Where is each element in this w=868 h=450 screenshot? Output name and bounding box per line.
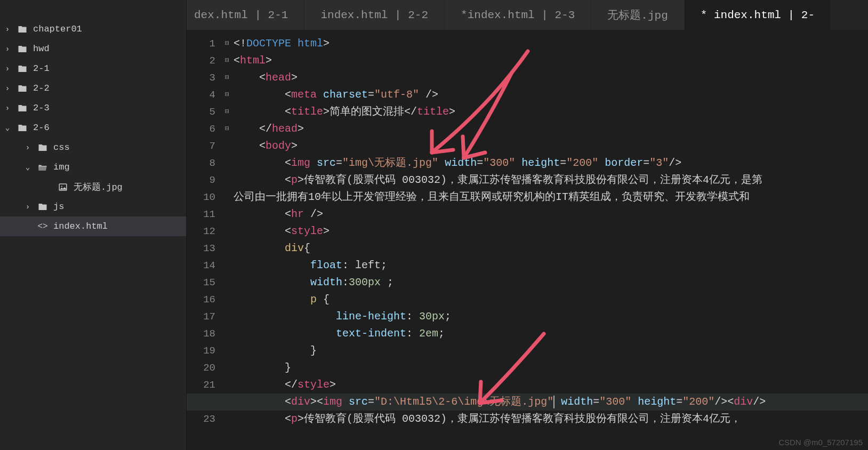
code-line[interactable]: <html> xyxy=(234,52,868,69)
tree-item-label: index.html xyxy=(53,221,108,231)
editor-tab[interactable]: *index.html | 2-3 xyxy=(445,0,591,30)
code-line[interactable]: } xyxy=(234,359,868,376)
line-number: 10 xyxy=(187,189,215,206)
editor-tab[interactable]: * index.html | 2- xyxy=(685,0,831,30)
folder-icon xyxy=(37,202,48,212)
tree-item-label: 2-6 xyxy=(33,123,50,133)
line-number: 11 xyxy=(187,206,215,223)
line-number: 14 xyxy=(187,257,215,274)
line-number: 17 xyxy=(187,308,215,325)
tree-item-hwd[interactable]: ›hwd xyxy=(0,39,186,59)
chevron-icon[interactable]: › xyxy=(3,45,12,53)
fold-toggle[interactable]: ⊟ xyxy=(221,86,234,103)
line-number: 21 xyxy=(187,376,215,393)
code-line[interactable]: width:300px ; xyxy=(234,274,868,291)
editor-tab[interactable]: index.html | 2-2 xyxy=(304,0,445,30)
code-line[interactable]: div{ xyxy=(234,240,868,257)
folder-icon xyxy=(17,123,28,133)
tree-item-label: chapter01 xyxy=(33,24,82,34)
chevron-icon[interactable]: ⌄ xyxy=(23,163,32,172)
fold-toggle[interactable]: ⊟ xyxy=(221,35,234,52)
fold-toggle[interactable]: ⊟ xyxy=(221,52,234,69)
code-line[interactable]: </style> xyxy=(234,376,868,393)
line-number: 3 xyxy=(187,69,215,86)
tree-item-chapter01[interactable]: ›chapter01 xyxy=(0,19,186,39)
folder-icon xyxy=(17,25,28,34)
line-number: 15 xyxy=(187,274,215,291)
folder-icon xyxy=(17,103,28,113)
code-line[interactable]: float: left; xyxy=(234,257,868,274)
tree-item-index-html[interactable]: <>index.html xyxy=(0,216,186,236)
editor-pane: dex.html | 2-1index.html | 2-2*index.htm… xyxy=(187,0,868,450)
code-line[interactable]: text-indent: 2em; xyxy=(234,325,868,342)
code-line[interactable]: <div><img src="D:\Html5\2-6\img\无标题.jpg"… xyxy=(187,393,868,411)
code-line[interactable]: <meta charset="utf-8" /> xyxy=(234,86,868,103)
code-line[interactable]: <title>简单的图文混排</title> xyxy=(234,103,868,120)
fold-toggle[interactable]: ⊟ xyxy=(221,103,234,120)
line-number: 16 xyxy=(187,291,215,308)
line-gutter: 1234567891011121314151617181920212223 xyxy=(187,35,221,450)
code-line[interactable]: <head> xyxy=(234,69,868,86)
code-line[interactable]: <p>传智教育(股票代码 003032)，隶属江苏传智播客教育科技股份有限公司，… xyxy=(234,411,868,428)
tree-item-label: css xyxy=(53,142,70,152)
chevron-icon[interactable]: ⌄ xyxy=(3,123,12,132)
line-number: 7 xyxy=(187,138,215,155)
code-line[interactable]: </head> xyxy=(234,120,868,138)
fold-toggle[interactable]: ⊟ xyxy=(221,120,234,138)
code-line[interactable]: <style> xyxy=(234,223,868,240)
tree-item-2-6[interactable]: ⌄2-6 xyxy=(0,118,186,138)
line-number: 6 xyxy=(187,120,215,138)
fold-column[interactable]: ⊟⊟⊟⊟⊟⊟ xyxy=(221,35,234,450)
tree-item-label: hwd xyxy=(33,44,50,54)
line-number: 9 xyxy=(187,172,215,189)
tree-item-label: 无标题.jpg xyxy=(74,181,123,193)
tree-item-js[interactable]: ›js xyxy=(0,197,186,216)
tree-item-2-3[interactable]: ›2-3 xyxy=(0,98,186,118)
folder-icon xyxy=(37,143,48,152)
code-line[interactable]: } xyxy=(234,342,868,359)
code-editor[interactable]: 1234567891011121314151617181920212223 ⊟⊟… xyxy=(187,30,868,450)
chevron-icon[interactable]: › xyxy=(3,84,12,93)
line-number: 8 xyxy=(187,155,215,172)
line-number: 13 xyxy=(187,240,215,257)
file-explorer[interactable]: ›chapter01›hwd›2-1›2-2›2-3⌄2-6›css⌄img无标… xyxy=(0,0,187,450)
code-line[interactable]: p { xyxy=(234,291,868,308)
code-line[interactable]: 公司由一批拥有10年以上开发管理经验，且来自互联网或研究机构的IT精英组成，负责… xyxy=(234,189,868,206)
fold-toggle[interactable]: ⊟ xyxy=(221,69,234,86)
chevron-icon[interactable]: › xyxy=(3,104,12,112)
image-file-icon xyxy=(58,182,68,192)
tree-item-label: 2-2 xyxy=(33,83,50,93)
code-line[interactable]: <img src="img\无标题.jpg" width="300" heigh… xyxy=(234,155,868,172)
tree-item-2-2[interactable]: ›2-2 xyxy=(0,78,186,98)
tree-item-img[interactable]: ⌄img xyxy=(0,157,186,177)
code-line[interactable]: <p>传智教育(股票代码 003032)，隶属江苏传智播客教育科技股份有限公司，… xyxy=(234,172,868,189)
tab-bar[interactable]: dex.html | 2-1index.html | 2-2*index.htm… xyxy=(187,0,868,30)
line-number: 18 xyxy=(187,325,215,342)
tree-item-2-1[interactable]: ›2-1 xyxy=(0,59,186,78)
tree-item-css[interactable]: ›css xyxy=(0,138,186,157)
tree-item-label: js xyxy=(53,202,64,212)
chevron-icon[interactable]: › xyxy=(23,143,32,152)
code-line[interactable]: <hr /> xyxy=(234,206,868,223)
html-file-icon: <> xyxy=(37,222,48,231)
chevron-icon[interactable]: › xyxy=(3,65,12,73)
editor-tab[interactable]: dex.html | 2-1 xyxy=(187,0,304,30)
tree-item-label: 2-1 xyxy=(33,63,50,74)
editor-tab[interactable]: 无标题.jpg xyxy=(591,0,684,30)
code-line[interactable]: <body> xyxy=(234,138,868,155)
tree-item-label: 2-3 xyxy=(33,103,50,113)
folder-icon xyxy=(17,44,28,54)
code-line[interactable]: <!DOCTYPE html> xyxy=(234,35,868,52)
line-number: 12 xyxy=(187,223,215,240)
chevron-icon[interactable]: › xyxy=(23,203,32,211)
folder-icon xyxy=(17,64,28,74)
folder-open-icon xyxy=(37,163,48,172)
line-number: 4 xyxy=(187,86,215,103)
code-line[interactable]: line-height: 30px; xyxy=(234,308,868,325)
svg-point-1 xyxy=(61,186,62,187)
tree-item-----jpg[interactable]: 无标题.jpg xyxy=(0,177,186,197)
chevron-icon[interactable]: › xyxy=(3,25,12,34)
line-number: 20 xyxy=(187,359,215,376)
code-area[interactable]: <!DOCTYPE html><html> <head> <meta chars… xyxy=(234,35,868,450)
line-number: 23 xyxy=(187,411,215,428)
